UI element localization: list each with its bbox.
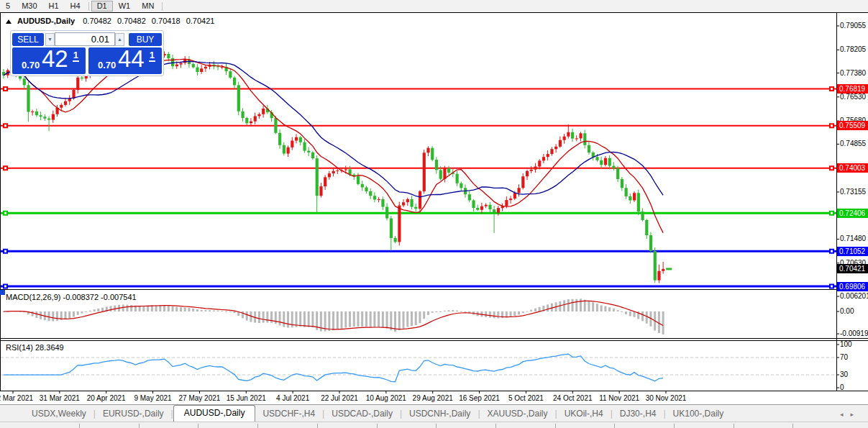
- ask-price-big-digits: 44: [118, 45, 145, 73]
- ohlc-low: 0.70418: [152, 17, 181, 25]
- volume-increase-button[interactable]: ▲: [115, 33, 124, 46]
- bid-price-display[interactable]: 0.70 42 1: [12, 47, 86, 74]
- volume-decrease-button[interactable]: ▼: [45, 33, 55, 46]
- chart-header: AUDUSD-,Daily 0.70482 0.70482 0.70418 0.…: [6, 17, 218, 25]
- ask-price-prefix: 0.70: [98, 60, 116, 70]
- ask-price-display[interactable]: 0.70 44 1: [88, 47, 162, 74]
- buy-button[interactable]: BUY: [129, 33, 162, 46]
- volume-input[interactable]: 0.01: [55, 32, 115, 46]
- collapse-panel-icon[interactable]: [6, 19, 12, 24]
- bid-price-prefix: 0.70: [22, 60, 40, 70]
- ohlc-high: 0.70482: [117, 17, 146, 25]
- one-click-trading-panel: SELL ▼ 0.01 ▲ BUY 0.70 42 1 0.70 44 1: [10, 30, 164, 76]
- ohlc-close: 0.70421: [186, 17, 215, 25]
- ohlc-open: 0.70482: [83, 17, 111, 25]
- bid-price-pip-digit: 1: [73, 50, 79, 62]
- bid-price-big-digits: 42: [42, 45, 68, 73]
- chart-symbol-label: AUDUSD-,Daily: [17, 17, 75, 25]
- ask-price-pip-digit: 1: [149, 50, 155, 62]
- sell-button[interactable]: SELL: [12, 33, 44, 46]
